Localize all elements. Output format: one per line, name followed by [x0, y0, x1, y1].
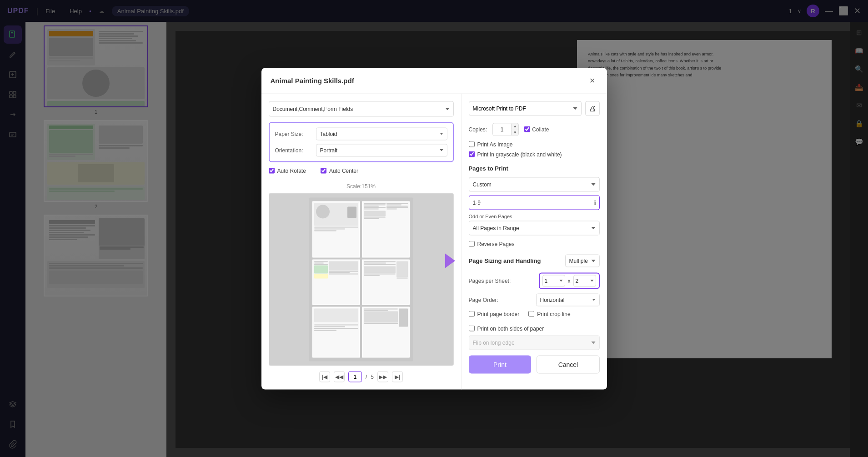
print-as-image-checkbox[interactable] — [469, 141, 475, 147]
dialog-left-panel: Document,Comment,Form Fields Paper Size:… — [261, 94, 462, 389]
copies-up-button[interactable]: ▲ — [511, 123, 518, 129]
print-as-image-label[interactable]: Print As Image — [469, 141, 600, 147]
orientation-select[interactable]: Portrait — [316, 144, 447, 156]
both-sides-text: Print on both sides of paper — [477, 325, 544, 331]
pages-per-sheet-inputs: 1 x 2 — [539, 272, 600, 289]
page-navigation: |◀ ◀◀ / 5 ▶▶ ▶| — [269, 371, 454, 382]
prev-page-button[interactable]: ◀◀ — [334, 371, 345, 382]
printer-select[interactable]: Microsoft Print to PDF — [469, 101, 582, 116]
reverse-pages-text: Reverse Pages — [477, 241, 515, 247]
pages-per-sheet-select-1[interactable]: 1 — [542, 275, 565, 286]
print-as-image-text: Print As Image — [477, 141, 513, 147]
document-select[interactable]: Document,Comment,Form Fields — [269, 101, 454, 116]
preview-page-6 — [362, 307, 410, 357]
print-grayscale-checkbox[interactable] — [469, 151, 475, 157]
paper-settings-box: Paper Size: Tabloid Orientation: Portrai… — [269, 122, 454, 162]
paper-size-row: Paper Size: Tabloid — [275, 127, 447, 140]
preview-page-4 — [362, 259, 410, 305]
auto-rotate-label[interactable]: Auto Rotate — [269, 167, 306, 174]
auto-rotate-checkbox[interactable] — [269, 168, 275, 174]
auto-center-text: Auto Center — [329, 167, 358, 174]
pps-x-symbol: x — [568, 277, 571, 284]
cancel-button[interactable]: Cancel — [537, 355, 599, 373]
preview-page-2 — [362, 201, 410, 257]
pages-to-print-title: Pages to Print — [469, 165, 600, 171]
paper-size-label: Paper Size: — [275, 131, 316, 137]
copies-down-button[interactable]: ▼ — [511, 129, 518, 135]
auto-center-checkbox[interactable] — [321, 168, 326, 174]
page-number-input[interactable] — [348, 371, 362, 382]
print-preview-area — [269, 193, 454, 366]
copies-input-wrap: ▲ ▼ — [492, 123, 519, 136]
pages-info-icon: ℹ — [594, 199, 596, 206]
page-sep: / — [366, 373, 367, 380]
reverse-pages-label[interactable]: Reverse Pages — [469, 241, 600, 247]
page-order-row: Page Order: Horizontal — [469, 293, 600, 306]
printer-settings-button[interactable]: 🖨 — [585, 101, 600, 116]
printer-row: Microsoft Print to PDF 🖨 — [469, 101, 600, 116]
pages-input-row: ℹ — [469, 195, 600, 210]
print-dialog: Animal Painting Skills.pdf ✕ Document,Co… — [261, 68, 607, 389]
auto-options-row: Auto Rotate Auto Center — [269, 167, 454, 177]
dialog-footer: Print Cancel — [469, 355, 600, 381]
print-page-border-checkbox[interactable] — [469, 311, 475, 317]
preview-page-5 — [312, 307, 360, 357]
last-page-button[interactable]: ▶| — [392, 371, 403, 382]
print-button[interactable]: Print — [469, 355, 532, 373]
pages-per-sheet-row: Pages per Sheet: 1 x 2 — [469, 272, 600, 289]
print-page-border-label[interactable]: Print page border — [469, 311, 520, 317]
print-crop-line-label[interactable]: Print crop line — [528, 311, 570, 317]
page-sizing-mode-select[interactable]: Multiple — [565, 254, 600, 267]
both-sides-checkbox[interactable] — [469, 326, 475, 331]
scale-text: Scale:151% — [269, 183, 454, 189]
collate-label[interactable]: Collate — [524, 126, 549, 132]
pages-per-sheet-select-2[interactable]: 2 — [573, 275, 596, 286]
border-crop-row: Print page border Print crop line — [469, 311, 600, 321]
page-order-label: Page Order: — [469, 296, 536, 303]
page-sizing-header: Page Sizing and Handling Multiple — [469, 254, 600, 267]
first-page-button[interactable]: |◀ — [319, 371, 330, 382]
page-sizing-section: Page Sizing and Handling Multiple — [469, 254, 600, 267]
total-pages: 5 — [371, 373, 374, 380]
dialog-right-panel: Microsoft Print to PDF 🖨 Copies: ▲ ▼ — [462, 94, 607, 389]
print-page-border-text: Print page border — [477, 311, 520, 317]
preview-page-1 — [312, 201, 360, 257]
print-grayscale-label[interactable]: Print in grayscale (black and white) — [469, 151, 600, 157]
pages-range-input[interactable] — [469, 195, 600, 210]
reverse-pages-checkbox[interactable] — [469, 241, 475, 247]
page-order-select[interactable]: Horizontal — [536, 293, 600, 306]
paper-size-select[interactable]: Tabloid — [316, 127, 447, 140]
odd-even-select[interactable]: All Pages in Range — [469, 221, 600, 235]
print-crop-line-text: Print crop line — [537, 311, 570, 317]
dialog-close-button[interactable]: ✕ — [587, 75, 598, 86]
copies-input[interactable] — [493, 123, 511, 135]
modal-overlay: Animal Painting Skills.pdf ✕ Document,Co… — [0, 0, 868, 457]
print-crop-line-checkbox[interactable] — [528, 311, 534, 317]
copies-label: Copies: — [469, 126, 487, 132]
dialog-title: Animal Painting Skills.pdf — [271, 77, 354, 85]
dialog-body: Document,Comment,Form Fields Paper Size:… — [261, 94, 607, 389]
orientation-label: Orientation: — [275, 147, 316, 153]
pages-per-sheet-label: Pages per Sheet: — [469, 277, 539, 284]
orientation-row: Orientation: Portrait — [275, 144, 447, 156]
collate-checkbox[interactable] — [524, 126, 530, 132]
dialog-header: Animal Painting Skills.pdf ✕ — [261, 68, 607, 94]
arrow-indicator — [445, 253, 455, 268]
copies-row: Copies: ▲ ▼ Collate — [469, 123, 600, 136]
next-page-button[interactable]: ▶▶ — [377, 371, 388, 382]
auto-center-label[interactable]: Auto Center — [321, 167, 358, 174]
page-sizing-title: Page Sizing and Handling — [469, 257, 541, 264]
both-sides-label[interactable]: Print on both sides of paper — [469, 325, 600, 331]
copies-arrows: ▲ ▼ — [511, 123, 518, 135]
print-grayscale-text: Print in grayscale (black and white) — [477, 151, 562, 157]
preview-page-3 — [312, 259, 360, 305]
auto-rotate-text: Auto Rotate — [277, 167, 306, 174]
preview-pages — [309, 197, 413, 361]
collate-text: Collate — [532, 126, 549, 132]
pages-custom-select[interactable]: Custom — [469, 177, 600, 191]
flip-edge-select[interactable]: Flip on long edge — [469, 335, 600, 350]
odd-even-label: Odd or Even Pages — [469, 213, 600, 219]
